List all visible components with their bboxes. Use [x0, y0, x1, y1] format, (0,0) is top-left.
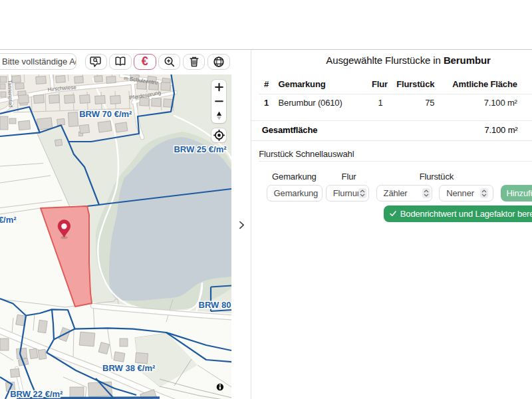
- svg-text:€/m²: €/m²: [0, 215, 17, 225]
- svg-text:BRW 22 €/m²: BRW 22 €/m²: [10, 389, 63, 399]
- svg-text:BRW 25 €/m²: BRW 25 €/m²: [174, 144, 227, 154]
- svg-text:Tannenpfad: Tannenpfad: [7, 80, 13, 108]
- svg-text:BRW 38 €/m²: BRW 38 €/m²: [102, 363, 156, 373]
- svg-text:BRW 80 €/: BRW 80 €/: [199, 300, 232, 310]
- svg-text:BRW 70 €/m²: BRW 70 €/m²: [79, 109, 132, 119]
